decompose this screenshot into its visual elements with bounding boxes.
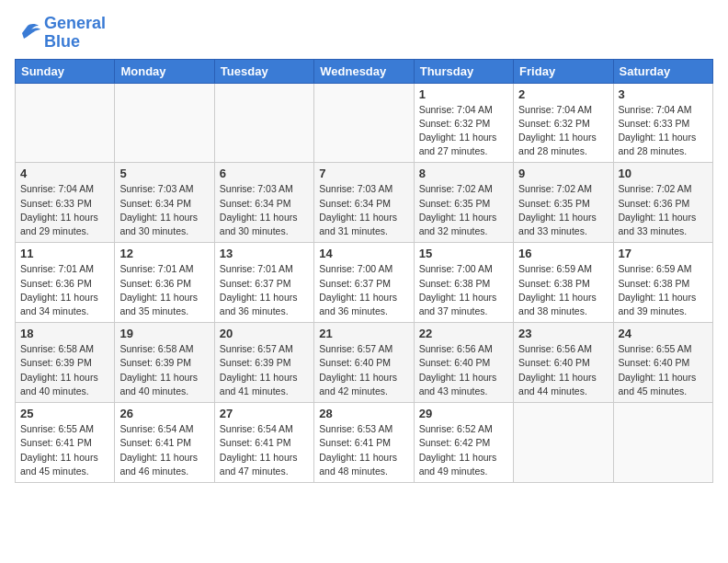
calendar-cell: 26Sunrise: 6:54 AM Sunset: 6:41 PM Dayli…	[115, 403, 214, 483]
day-number: 5	[119, 167, 209, 180]
calendar-cell: 27Sunrise: 6:54 AM Sunset: 6:41 PM Dayli…	[214, 403, 313, 483]
day-info: Sunrise: 7:03 AM Sunset: 6:34 PM Dayligh…	[220, 182, 309, 238]
calendar-cell: 4Sunrise: 7:04 AM Sunset: 6:33 PM Daylig…	[16, 163, 115, 243]
day-number: 12	[119, 247, 209, 260]
calendar-cell: 17Sunrise: 6:59 AM Sunset: 6:38 PM Dayli…	[613, 243, 712, 323]
day-info: Sunrise: 6:55 AM Sunset: 6:40 PM Dayligh…	[619, 342, 708, 398]
day-info: Sunrise: 6:59 AM Sunset: 6:38 PM Dayligh…	[518, 262, 608, 318]
calendar-cell: 20Sunrise: 6:57 AM Sunset: 6:39 PM Dayli…	[214, 323, 313, 403]
calendar-cell: 16Sunrise: 6:59 AM Sunset: 6:38 PM Dayli…	[514, 243, 613, 323]
weekday-header: Thursday	[414, 59, 513, 83]
calendar-cell: 13Sunrise: 7:01 AM Sunset: 6:37 PM Dayli…	[214, 243, 313, 323]
day-number: 27	[220, 407, 309, 420]
day-info: Sunrise: 7:02 AM Sunset: 6:35 PM Dayligh…	[518, 182, 608, 238]
day-number: 10	[619, 167, 708, 180]
day-number: 17	[619, 247, 708, 260]
day-number: 16	[518, 247, 608, 260]
calendar-week-row: 11Sunrise: 7:01 AM Sunset: 6:36 PM Dayli…	[16, 243, 713, 323]
day-info: Sunrise: 6:52 AM Sunset: 6:42 PM Dayligh…	[419, 422, 508, 478]
day-info: Sunrise: 7:01 AM Sunset: 6:36 PM Dayligh…	[20, 262, 109, 318]
day-info: Sunrise: 6:54 AM Sunset: 6:41 PM Dayligh…	[119, 422, 209, 478]
page-header: General Blue	[15, 15, 713, 52]
calendar-cell: 8Sunrise: 7:02 AM Sunset: 6:35 PM Daylig…	[414, 163, 513, 243]
calendar-header-row: SundayMondayTuesdayWednesdayThursdayFrid…	[16, 59, 713, 83]
day-number: 7	[319, 167, 408, 180]
calendar-cell: 12Sunrise: 7:01 AM Sunset: 6:36 PM Dayli…	[115, 243, 214, 323]
day-number: 28	[319, 407, 408, 420]
day-number: 23	[518, 327, 608, 340]
day-info: Sunrise: 6:54 AM Sunset: 6:41 PM Dayligh…	[220, 422, 309, 478]
logo: General Blue	[15, 15, 106, 52]
calendar-cell: 23Sunrise: 6:56 AM Sunset: 6:40 PM Dayli…	[514, 323, 613, 403]
calendar-cell: 29Sunrise: 6:52 AM Sunset: 6:42 PM Dayli…	[414, 403, 513, 483]
calendar-cell: 9Sunrise: 7:02 AM Sunset: 6:35 PM Daylig…	[514, 163, 613, 243]
day-info: Sunrise: 7:04 AM Sunset: 6:33 PM Dayligh…	[619, 103, 708, 159]
calendar-cell: 1Sunrise: 7:04 AM Sunset: 6:32 PM Daylig…	[414, 83, 513, 163]
day-info: Sunrise: 6:57 AM Sunset: 6:39 PM Dayligh…	[220, 342, 309, 398]
weekday-header: Tuesday	[214, 59, 313, 83]
day-info: Sunrise: 7:04 AM Sunset: 6:32 PM Dayligh…	[419, 103, 508, 159]
weekday-header: Wednesday	[314, 59, 414, 83]
logo-text: General Blue	[44, 15, 106, 52]
day-info: Sunrise: 6:53 AM Sunset: 6:41 PM Dayligh…	[319, 422, 408, 478]
day-number: 6	[220, 167, 309, 180]
day-number: 26	[119, 407, 209, 420]
calendar-cell: 18Sunrise: 6:58 AM Sunset: 6:39 PM Dayli…	[16, 323, 115, 403]
calendar-cell: 11Sunrise: 7:01 AM Sunset: 6:36 PM Dayli…	[16, 243, 115, 323]
calendar-cell: 6Sunrise: 7:03 AM Sunset: 6:34 PM Daylig…	[214, 163, 313, 243]
day-number: 8	[419, 167, 508, 180]
day-info: Sunrise: 6:56 AM Sunset: 6:40 PM Dayligh…	[419, 342, 508, 398]
day-info: Sunrise: 6:58 AM Sunset: 6:39 PM Dayligh…	[119, 342, 209, 398]
day-number: 20	[220, 327, 309, 340]
calendar-cell	[613, 403, 712, 483]
calendar-cell: 5Sunrise: 7:03 AM Sunset: 6:34 PM Daylig…	[115, 163, 214, 243]
weekday-header: Saturday	[613, 59, 712, 83]
day-info: Sunrise: 7:01 AM Sunset: 6:36 PM Dayligh…	[119, 262, 209, 318]
logo-icon	[15, 22, 40, 44]
day-number: 3	[619, 87, 708, 101]
calendar-cell: 15Sunrise: 7:00 AM Sunset: 6:38 PM Dayli…	[414, 243, 513, 323]
day-number: 4	[20, 167, 109, 180]
calendar-cell: 14Sunrise: 7:00 AM Sunset: 6:37 PM Dayli…	[314, 243, 414, 323]
day-info: Sunrise: 7:01 AM Sunset: 6:37 PM Dayligh…	[220, 262, 309, 318]
calendar-table: SundayMondayTuesdayWednesdayThursdayFrid…	[15, 59, 713, 483]
day-info: Sunrise: 7:00 AM Sunset: 6:37 PM Dayligh…	[319, 262, 408, 318]
day-number: 15	[419, 247, 508, 260]
calendar-cell: 24Sunrise: 6:55 AM Sunset: 6:40 PM Dayli…	[613, 323, 712, 403]
day-info: Sunrise: 7:04 AM Sunset: 6:33 PM Dayligh…	[20, 182, 109, 238]
calendar-week-row: 1Sunrise: 7:04 AM Sunset: 6:32 PM Daylig…	[16, 83, 713, 163]
day-number: 14	[319, 247, 408, 260]
day-number: 2	[518, 87, 608, 101]
day-info: Sunrise: 7:00 AM Sunset: 6:38 PM Dayligh…	[419, 262, 508, 318]
day-number: 18	[20, 327, 109, 340]
calendar-cell	[115, 83, 214, 163]
calendar-cell: 10Sunrise: 7:02 AM Sunset: 6:36 PM Dayli…	[613, 163, 712, 243]
calendar-cell: 28Sunrise: 6:53 AM Sunset: 6:41 PM Dayli…	[314, 403, 414, 483]
day-info: Sunrise: 7:03 AM Sunset: 6:34 PM Dayligh…	[119, 182, 209, 238]
calendar-cell: 22Sunrise: 6:56 AM Sunset: 6:40 PM Dayli…	[414, 323, 513, 403]
day-info: Sunrise: 7:03 AM Sunset: 6:34 PM Dayligh…	[319, 182, 408, 238]
calendar-cell: 25Sunrise: 6:55 AM Sunset: 6:41 PM Dayli…	[16, 403, 115, 483]
day-info: Sunrise: 6:56 AM Sunset: 6:40 PM Dayligh…	[518, 342, 608, 398]
calendar-cell: 19Sunrise: 6:58 AM Sunset: 6:39 PM Dayli…	[115, 323, 214, 403]
day-number: 22	[419, 327, 508, 340]
day-info: Sunrise: 6:57 AM Sunset: 6:40 PM Dayligh…	[319, 342, 408, 398]
day-number: 11	[20, 247, 109, 260]
day-number: 21	[319, 327, 408, 340]
calendar-cell: 3Sunrise: 7:04 AM Sunset: 6:33 PM Daylig…	[613, 83, 712, 163]
calendar-cell: 2Sunrise: 7:04 AM Sunset: 6:32 PM Daylig…	[514, 83, 613, 163]
weekday-header: Friday	[514, 59, 613, 83]
calendar-week-row: 4Sunrise: 7:04 AM Sunset: 6:33 PM Daylig…	[16, 163, 713, 243]
day-number: 24	[619, 327, 708, 340]
day-info: Sunrise: 6:58 AM Sunset: 6:39 PM Dayligh…	[20, 342, 109, 398]
calendar-cell: 7Sunrise: 7:03 AM Sunset: 6:34 PM Daylig…	[314, 163, 414, 243]
weekday-header: Sunday	[16, 59, 115, 83]
day-number: 13	[220, 247, 309, 260]
weekday-header: Monday	[115, 59, 214, 83]
day-number: 25	[20, 407, 109, 420]
day-info: Sunrise: 7:02 AM Sunset: 6:36 PM Dayligh…	[619, 182, 708, 238]
calendar-week-row: 18Sunrise: 6:58 AM Sunset: 6:39 PM Dayli…	[16, 323, 713, 403]
day-number: 19	[119, 327, 209, 340]
calendar-cell	[16, 83, 115, 163]
day-info: Sunrise: 7:04 AM Sunset: 6:32 PM Dayligh…	[518, 103, 608, 159]
